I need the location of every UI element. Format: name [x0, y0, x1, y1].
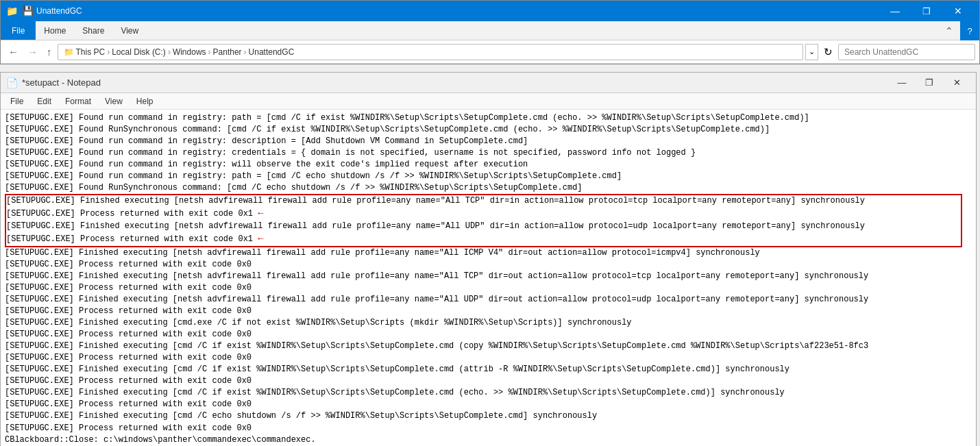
log-line: [SETUPUGC.EXE] Finished executing [cmd /…	[5, 364, 972, 375]
refresh-button[interactable]: ↻	[820, 45, 836, 60]
restore-button[interactable]: ❐	[911, 1, 942, 21]
address-path[interactable]: 📁 This PC › Local Disk (C:) › Windows › …	[58, 44, 804, 60]
forward-button[interactable]: →	[24, 45, 41, 59]
back-button[interactable]: ←	[5, 45, 22, 59]
log-line: [SETUPUGC.EXE] Finished executing [netsh…	[5, 247, 972, 259]
path-thispc: This PC	[76, 47, 106, 57]
log-line: [SETUPUGC.EXE] Finished executing [cmd /…	[5, 340, 972, 352]
arrow-indicator: ←	[258, 208, 263, 219]
log-line: [SETUPUGC.EXE] Finished executing [netsh…	[5, 294, 972, 306]
log-line: [SETUPUGC.EXE] Process returned with exi…	[5, 375, 972, 387]
log-line: [SETUPUGC.EXE] Process returned with exi…	[5, 423, 972, 434]
log-line: [SETUPUGC.EXE] Found run command in regi…	[5, 171, 972, 182]
close-button[interactable]: ✕	[942, 1, 974, 21]
highlighted-block: [SETUPUGC.EXE] Finished executing [netsh…	[5, 194, 962, 247]
address-dropdown[interactable]: ⌄	[805, 44, 818, 60]
menu-format[interactable]: Format	[58, 95, 98, 108]
log-line: [SETUPUGC.EXE] Process returned with exi…	[5, 259, 972, 271]
notepad-menubar: File Edit Format View Help	[1, 93, 976, 110]
menu-edit[interactable]: Edit	[30, 95, 58, 108]
ribbon-expand-icon[interactable]: ⌃	[938, 21, 960, 40]
log-line-highlight: [SETUPUGC.EXE] Process returned with exi…	[6, 232, 961, 246]
menu-file[interactable]: File	[3, 95, 30, 108]
up-button[interactable]: ↑	[43, 45, 56, 59]
ribbon-tabs: File Home Share View ⌃ ?	[1, 21, 979, 40]
help-icon[interactable]: ?	[960, 21, 979, 40]
log-line: [SETUPUGC.EXE] Process returned with exi…	[5, 282, 972, 294]
notepad-restore[interactable]: ❐	[916, 73, 943, 92]
log-line: [SETUPUGC.EXE] Process returned with exi…	[5, 352, 972, 364]
menu-help[interactable]: Help	[130, 95, 160, 108]
tab-file[interactable]: File	[1, 21, 36, 40]
path-localdisk: Local Disk (C:)	[112, 47, 166, 57]
notepad-titlebar: 📄 *setupact - Notepad — ❐ ✕	[1, 73, 976, 93]
quick-access-icon: 💾	[22, 5, 34, 16]
explorer-title: UnattendGC	[36, 6, 879, 16]
log-line: [SETUPUGC.EXE] Finished executing [netsh…	[5, 271, 972, 282]
log-line: [SETUPUGC.EXE] Found run command in regi…	[5, 136, 972, 147]
notepad-window: 📄 *setupact - Notepad — ❐ ✕ File Edit Fo…	[0, 72, 977, 446]
log-line-highlight: [SETUPUGC.EXE] Finished executing [netsh…	[6, 195, 961, 207]
log-line: [SETUPUGC.EXE] Finished executing [cmd /…	[5, 410, 972, 422]
notepad-icon: 📄	[6, 77, 18, 88]
menu-view[interactable]: View	[98, 95, 130, 108]
explorer-window: 📁 💾 UnattendGC — ❐ ✕ File Home Share Vie…	[0, 0, 980, 64]
minimize-button[interactable]: —	[879, 1, 911, 21]
log-line: [SETUPUGC.EXE] Found run command in regi…	[5, 159, 972, 171]
log-line: [SETUPUGC.EXE] Finished executing [cmd /…	[5, 387, 972, 399]
log-line-last: CBlackboard::Close: c:\windows\panther\c…	[5, 434, 972, 446]
log-line: [SETUPUGC.EXE] Process returned with exi…	[5, 399, 972, 410]
log-line: [SETUPUGC.EXE] Finished executing [cmd.e…	[5, 317, 972, 329]
explorer-folder-icon: 📁	[6, 5, 18, 16]
log-line: [SETUPUGC.EXE] Process returned with exi…	[5, 329, 972, 340]
log-line: [SETUPUGC.EXE] Found run command in regi…	[5, 147, 972, 159]
notepad-title: *setupact - Notepad	[22, 77, 888, 88]
address-bar: ← → ↑ 📁 This PC › Local Disk (C:) › Wind…	[1, 40, 979, 64]
tab-home[interactable]: Home	[36, 21, 74, 40]
notepad-close[interactable]: ✕	[943, 73, 970, 92]
tab-view[interactable]: View	[112, 21, 147, 40]
path-icon: 📁	[64, 47, 74, 57]
explorer-titlebar: 📁 💾 UnattendGC — ❐ ✕	[1, 1, 979, 21]
log-line: [SETUPUGC.EXE] Process returned with exi…	[5, 306, 972, 317]
notepad-content[interactable]: [SETUPUGC.EXE] Found run command in regi…	[1, 110, 976, 446]
log-line: [SETUPUGC.EXE] Found RunSynchronous comm…	[5, 124, 972, 136]
log-line: [SETUPUGC.EXE] Found RunSynchronous comm…	[5, 182, 972, 194]
log-line-highlight: [SETUPUGC.EXE] Finished executing [netsh…	[6, 221, 961, 232]
path-windows: Windows	[173, 47, 206, 57]
path-panther: Panther	[213, 47, 242, 57]
log-line: [SETUPUGC.EXE] Found run command in regi…	[5, 112, 972, 124]
tab-share[interactable]: Share	[74, 21, 112, 40]
notepad-minimize[interactable]: —	[888, 73, 916, 92]
search-input[interactable]	[838, 44, 975, 60]
log-line-highlight: [SETUPUGC.EXE] Process returned with exi…	[6, 207, 961, 221]
arrow-indicator-2: ←	[258, 233, 263, 244]
path-unattendgc: UnattendGC	[249, 47, 295, 57]
